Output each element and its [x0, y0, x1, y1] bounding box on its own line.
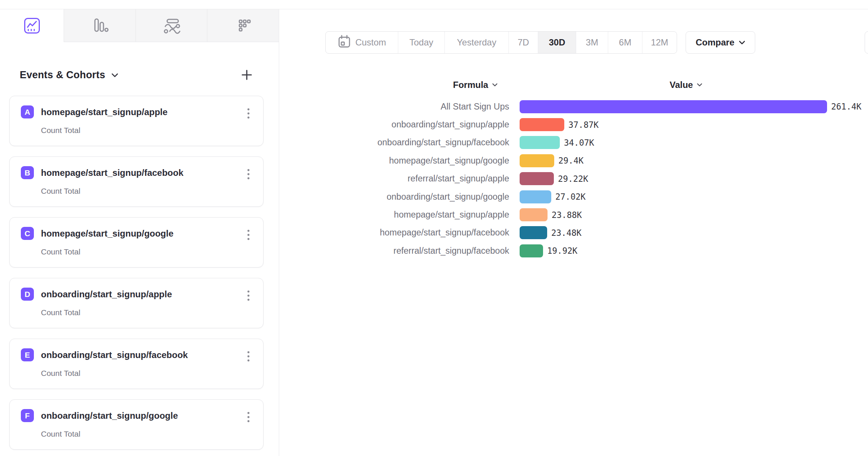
- chevron-down-icon: [697, 83, 702, 87]
- date-range-control: Custom Today Yesterday: [325, 31, 677, 54]
- event-name: onboarding/start_signup/facebook: [41, 350, 188, 360]
- chart-bar[interactable]: [520, 190, 551, 203]
- event-letter-badge[interactable]: F: [21, 409, 34, 422]
- event-card[interactable]: F onboarding/start_signup/google Count T…: [9, 399, 264, 450]
- event-letter-badge[interactable]: B: [21, 166, 34, 179]
- date-range-label: Today: [409, 37, 433, 48]
- date-range-option[interactable]: 12M: [642, 32, 677, 53]
- chart-row: All Start Sign Ups 261.4K: [280, 98, 868, 115]
- chart-row: onboarding/start_signup/google 27.02K: [280, 188, 868, 206]
- chart-row-label: All Start Sign Ups: [280, 102, 520, 112]
- chart-row-value: 29.22K: [558, 174, 588, 184]
- event-card-header: E onboarding/start_signup/facebook: [21, 348, 188, 361]
- event-measure[interactable]: Count Total: [41, 247, 80, 256]
- event-measure[interactable]: Count Total: [41, 126, 80, 135]
- chart-row-value: 34.07K: [564, 138, 594, 148]
- event-name: onboarding/start_signup/google: [41, 411, 178, 421]
- event-card[interactable]: D onboarding/start_signup/apple Count To…: [9, 278, 264, 328]
- chart-bar[interactable]: [520, 118, 564, 131]
- event-letter-badge[interactable]: E: [21, 348, 34, 361]
- value-column-header[interactable]: Value: [670, 80, 702, 90]
- event-card[interactable]: B homepage/start_signup/facebook Count T…: [9, 156, 264, 207]
- event-name: homepage/start_signup/google: [41, 228, 173, 239]
- kebab-icon: [247, 169, 250, 180]
- event-measure[interactable]: Count Total: [41, 369, 80, 378]
- event-letter-badge[interactable]: C: [21, 227, 34, 240]
- formula-header-label: Formula: [453, 80, 488, 90]
- event-card[interactable]: A homepage/start_signup/apple Count Tota…: [9, 96, 264, 146]
- chart-row-label: homepage/start_signup/google: [280, 156, 520, 166]
- value-header-label: Value: [670, 80, 693, 90]
- chart-row-label: referral/start_signup/apple: [280, 174, 520, 184]
- date-range-label: 7D: [518, 37, 529, 48]
- window-top-divider: [0, 0, 868, 9]
- tab-bar-chart[interactable]: [64, 9, 136, 42]
- chart-row-value: 19.92K: [547, 246, 577, 256]
- event-menu-button[interactable]: [245, 410, 252, 425]
- chart-bar[interactable]: [520, 226, 547, 239]
- bar-chart-icon: [91, 17, 109, 34]
- kebab-icon: [247, 290, 250, 301]
- chart-bar[interactable]: [520, 172, 554, 185]
- date-range-option[interactable]: Yesterday: [445, 32, 509, 53]
- plus-icon: [241, 69, 253, 81]
- tab-insights-line-chart[interactable]: [0, 9, 64, 42]
- date-range-label: 3M: [586, 37, 598, 48]
- event-menu-button[interactable]: [245, 349, 252, 364]
- date-range-option[interactable]: Custom: [326, 32, 398, 53]
- date-range-option[interactable]: 3M: [576, 32, 608, 53]
- date-range-option[interactable]: 30D: [538, 32, 576, 53]
- event-menu-button[interactable]: [245, 228, 252, 243]
- events-cohorts-title: Events & Cohorts: [20, 69, 105, 81]
- event-letter-badge[interactable]: A: [21, 105, 34, 118]
- kebab-icon: [247, 351, 250, 362]
- event-measure[interactable]: Count Total: [41, 430, 80, 438]
- chart-bar[interactable]: [520, 136, 560, 149]
- chart-bar[interactable]: [520, 154, 554, 167]
- chart-type-tabbar: [0, 9, 279, 42]
- chart-row: homepage/start_signup/google 29.4K: [280, 152, 868, 170]
- event-card-list: A homepage/start_signup/apple Count Tota…: [9, 96, 279, 450]
- event-menu-button[interactable]: [245, 289, 252, 304]
- chevron-down-icon: [492, 83, 498, 87]
- formula-column-header[interactable]: Formula: [453, 80, 498, 90]
- event-letter-badge[interactable]: D: [21, 288, 34, 301]
- event-measure[interactable]: Count Total: [41, 187, 80, 196]
- event-name: homepage/start_signup/apple: [41, 107, 167, 117]
- chart-bar[interactable]: [520, 100, 827, 113]
- query-sidebar: Events & Cohorts A homepage/start_signup…: [0, 9, 279, 456]
- partial-edge-button[interactable]: [865, 31, 868, 54]
- event-menu-button[interactable]: [245, 107, 252, 121]
- insights-app: Events & Cohorts A homepage/start_signup…: [0, 0, 868, 456]
- chart-row-value: 261.4K: [831, 102, 861, 111]
- event-card-header: A homepage/start_signup/apple: [21, 105, 167, 118]
- chart-row-label: homepage/start_signup/facebook: [280, 228, 520, 238]
- chart-row-label: homepage/start_signup/apple: [280, 210, 520, 220]
- event-card-header: C homepage/start_signup/google: [21, 227, 173, 240]
- event-card-header: D onboarding/start_signup/apple: [21, 288, 172, 301]
- chart-row-label: onboarding/start_signup/apple: [280, 120, 520, 130]
- chart-row: onboarding/start_signup/facebook 34.07K: [280, 134, 868, 152]
- chart-row: homepage/start_signup/facebook 23.48K: [280, 224, 868, 242]
- date-range-label: 12M: [651, 37, 668, 48]
- tab-breakdown-dots[interactable]: [207, 9, 279, 42]
- chart-row-value: 29.4K: [558, 156, 584, 165]
- compare-button[interactable]: Compare: [686, 31, 755, 54]
- chevron-down-icon[interactable]: [111, 72, 118, 79]
- date-range-option[interactable]: 7D: [509, 32, 538, 53]
- tab-flows[interactable]: [136, 9, 208, 42]
- chart-row-value: 37.87K: [568, 120, 599, 130]
- chart-bar[interactable]: [520, 208, 548, 221]
- event-menu-button[interactable]: [245, 167, 252, 182]
- event-measure[interactable]: Count Total: [41, 308, 80, 317]
- chart-bar[interactable]: [520, 244, 543, 257]
- line-chart-icon: [23, 17, 41, 34]
- date-range-option[interactable]: 6M: [608, 32, 642, 53]
- add-event-button[interactable]: [241, 69, 253, 81]
- date-range-option[interactable]: Today: [398, 32, 445, 53]
- date-range-label: Custom: [355, 37, 386, 48]
- kebab-icon: [247, 412, 250, 422]
- dots-grid-icon: [234, 17, 252, 34]
- event-card[interactable]: E onboarding/start_signup/facebook Count…: [9, 339, 264, 389]
- event-card[interactable]: C homepage/start_signup/google Count Tot…: [9, 217, 264, 267]
